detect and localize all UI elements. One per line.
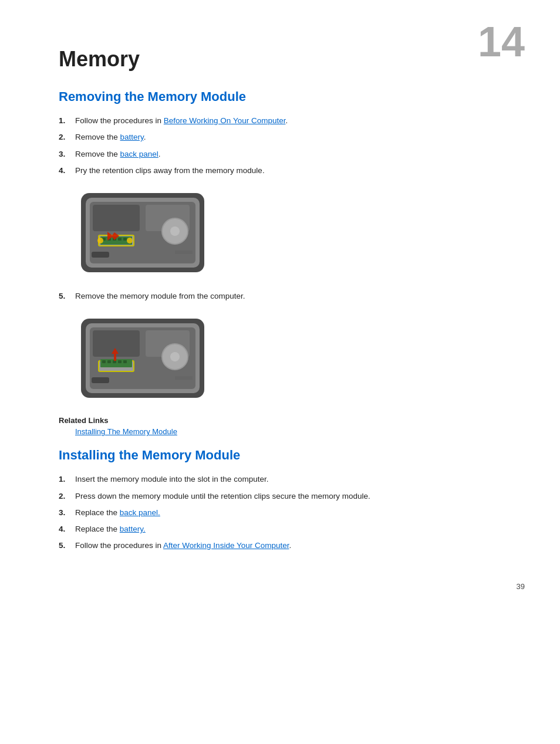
install-step-text-5: Follow the procedures in After Working I…	[75, 540, 513, 552]
install-step-text-4: Replace the battery.	[75, 523, 513, 535]
removing-step-2: 2. Remove the battery.	[59, 131, 513, 143]
install-step-num-2: 2.	[59, 491, 75, 502]
step-text-1: Follow the procedures in Before Working …	[75, 115, 513, 127]
removing-steps-list: 1. Follow the procedures in Before Worki…	[59, 115, 513, 177]
step-num-2: 2.	[59, 131, 75, 143]
svg-rect-11	[123, 238, 127, 241]
install-step-text-2: Press down the memory module until the r…	[75, 491, 513, 502]
svg-rect-3	[93, 205, 140, 231]
laptop-image-1	[75, 187, 210, 278]
svg-rect-26	[102, 360, 106, 363]
step-num-5: 5.	[59, 290, 75, 302]
installing-memory-link[interactable]: Installing The Memory Module	[75, 427, 177, 436]
removing-step5-list: 5. Remove the memory module from the com…	[59, 290, 513, 302]
related-links-link: Installing The Memory Module	[75, 427, 513, 436]
step-text-5: Remove the memory module from the comput…	[75, 290, 513, 302]
step-num-4: 4.	[59, 165, 75, 177]
installing-step-4: 4. Replace the battery.	[59, 523, 513, 535]
back-panel-link-1[interactable]: back panel	[120, 150, 158, 158]
laptop-image-2	[75, 313, 210, 404]
page-number: 39	[517, 582, 525, 591]
before-working-link[interactable]: Before Working On Your Computer	[164, 116, 286, 125]
svg-point-32	[170, 352, 180, 361]
step-text-3: Remove the back panel.	[75, 148, 513, 160]
install-step-num-1: 1.	[59, 474, 75, 485]
install-step-text-1: Insert the memory module into the slot i…	[75, 474, 513, 485]
removing-step-1: 1. Follow the procedures in Before Worki…	[59, 115, 513, 127]
installing-steps-list: 1. Insert the memory module into the slo…	[59, 474, 513, 552]
after-working-link[interactable]: After Working Inside Your Computer	[163, 541, 289, 550]
installing-section-title: Installing the Memory Module	[59, 448, 513, 463]
removing-step-4: 4. Pry the retention clips away from the…	[59, 165, 513, 177]
install-step-text-3: Replace the back panel.	[75, 507, 513, 519]
image-container-2	[75, 313, 513, 405]
svg-rect-16	[92, 252, 109, 258]
related-links-title: Related Links	[59, 416, 513, 425]
installing-step-2: 2. Press down the memory module until th…	[59, 491, 513, 502]
page-title: Memory	[59, 47, 513, 72]
battery-link-2[interactable]: battery.	[120, 525, 146, 533]
step-num-3: 3.	[59, 148, 75, 160]
back-panel-link-2[interactable]: back panel.	[120, 508, 160, 517]
svg-rect-33	[92, 377, 109, 383]
svg-point-13	[127, 238, 133, 244]
svg-rect-27	[107, 360, 111, 363]
chapter-number: 14	[478, 18, 525, 66]
page-container: 14 Memory Removing the Memory Module 1. …	[0, 0, 560, 608]
installing-step-1: 1. Insert the memory module into the slo…	[59, 474, 513, 485]
svg-point-15	[170, 226, 180, 236]
battery-link-1[interactable]: battery	[120, 133, 144, 141]
step-num-1: 1.	[59, 115, 75, 127]
step-text-2: Remove the battery.	[75, 131, 513, 143]
removing-step-5: 5. Remove the memory module from the com…	[59, 290, 513, 302]
install-step-num-3: 3.	[59, 507, 75, 519]
svg-rect-30	[123, 360, 127, 363]
svg-point-12	[97, 238, 103, 244]
svg-rect-29	[118, 360, 122, 363]
svg-rect-17	[175, 251, 193, 254]
svg-rect-34	[175, 376, 193, 380]
removing-section-title: Removing the Memory Module	[59, 89, 513, 104]
install-step-num-5: 5.	[59, 540, 75, 552]
removing-step-3: 3. Remove the back panel.	[59, 148, 513, 160]
step-text-4: Pry the retention clips away from the me…	[75, 165, 513, 177]
image-container-1	[75, 187, 513, 280]
installing-step-3: 3. Replace the back panel.	[59, 507, 513, 519]
installing-step-5: 5. Follow the procedures in After Workin…	[59, 540, 513, 552]
svg-rect-10	[118, 238, 122, 241]
related-links-section: Related Links Installing The Memory Modu…	[59, 416, 513, 436]
install-step-num-4: 4.	[59, 523, 75, 535]
